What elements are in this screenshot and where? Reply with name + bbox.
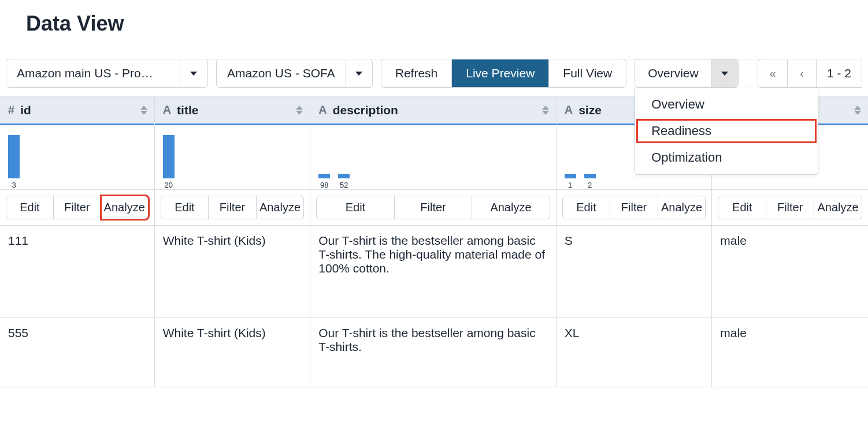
edit-button[interactable]: Edit (316, 196, 394, 219)
refresh-button[interactable]: Refresh (381, 59, 452, 87)
sort-icon[interactable] (296, 106, 303, 115)
column-header-description[interactable]: A description (310, 96, 555, 125)
column-header-title[interactable]: A title (155, 96, 310, 125)
overview-menu-readiness[interactable]: Readiness (635, 118, 818, 144)
cell-size: XL (557, 318, 712, 387)
filter-button[interactable]: Filter (395, 196, 472, 219)
histogram-id: 3 (0, 125, 154, 190)
sort-icon[interactable] (542, 106, 549, 115)
overview-menu-overview[interactable]: Overview (635, 91, 818, 118)
live-preview-button[interactable]: Live Preview (451, 59, 548, 87)
sort-icon[interactable] (854, 106, 861, 115)
view-mode-group: Refresh Live Preview Full View (381, 59, 626, 88)
analyze-button[interactable]: Analyze (257, 196, 305, 219)
full-view-button[interactable]: Full View (548, 59, 626, 87)
pager-prev-button[interactable]: ‹ (787, 59, 816, 87)
column-actions-gender: Edit Filter Analyze (712, 190, 868, 226)
cell-id: 111 (0, 226, 154, 318)
cell-description: Our T-shirt is the bestseller among basi… (310, 226, 555, 318)
histo-bar (8, 135, 20, 178)
cell-description: Our T-shirt is the bestseller among basi… (310, 318, 555, 387)
cell-title: White T-shirt (Kids) (155, 226, 310, 318)
analyze-button[interactable]: Analyze (101, 196, 149, 219)
source-select[interactable]: Amazon main US - Pro… (6, 59, 208, 88)
column-actions-title: Edit Filter Analyze (155, 190, 310, 226)
edit-button[interactable]: Edit (562, 196, 611, 219)
channel-select-label: Amazon US - SOFA (217, 59, 346, 87)
caret-down-icon (355, 72, 362, 76)
page-title: Data View (26, 12, 842, 36)
histo-bar (318, 174, 330, 178)
histo-label: 52 (340, 181, 348, 189)
overview-select-label: Overview (635, 59, 711, 87)
overview-menu-optimization[interactable]: Optimization (635, 144, 818, 171)
histo-bar (584, 174, 596, 178)
column-name: description (333, 103, 398, 117)
cell-id: 555 (0, 318, 154, 387)
pager: « ‹ 1 - 2 (758, 59, 862, 88)
edit-button[interactable]: Edit (718, 196, 766, 219)
histogram-description: 98 52 (310, 125, 555, 190)
caret-down-icon (721, 72, 728, 76)
edit-button[interactable]: Edit (6, 196, 54, 219)
analyze-button[interactable]: Analyze (658, 196, 706, 219)
column-title: A title 20 Edit Filter Analyze White T-s… (155, 96, 311, 387)
filter-button[interactable]: Filter (54, 196, 101, 219)
filter-button[interactable]: Filter (209, 196, 257, 219)
overview-select[interactable]: Overview (635, 59, 739, 88)
text-type-icon: A (318, 103, 327, 117)
pager-range: 1 - 2 (816, 59, 862, 87)
filter-button[interactable]: Filter (766, 196, 814, 219)
toolbar: Amazon main US - Pro… Amazon US - SOFA R… (6, 59, 862, 96)
column-actions-id: Edit Filter Analyze (0, 190, 154, 226)
histo-bar (338, 174, 350, 178)
column-description: A description 98 52 Edit Filter Analyze … (310, 96, 556, 387)
filter-button[interactable]: Filter (610, 196, 658, 219)
sort-icon[interactable] (140, 106, 147, 115)
channel-select[interactable]: Amazon US - SOFA (216, 59, 373, 88)
hash-icon: # (8, 103, 14, 117)
column-id: # id 3 Edit Filter Analyze 111 555 (0, 96, 155, 387)
text-type-icon: A (565, 103, 573, 117)
column-name: title (177, 103, 198, 117)
histogram-title: 20 (155, 125, 310, 190)
cell-gender: male (712, 226, 868, 318)
column-name: id (20, 103, 31, 117)
pager-first-button[interactable]: « (758, 59, 787, 87)
caret-down-icon (190, 72, 197, 76)
cell-gender: male (712, 318, 868, 387)
cell-title: White T-shirt (Kids) (155, 318, 310, 387)
edit-button[interactable]: Edit (161, 196, 209, 219)
channel-select-caret[interactable] (346, 59, 372, 87)
source-select-label: Amazon main US - Pro… (6, 59, 180, 87)
histo-label: 2 (588, 181, 592, 189)
histo-label: 1 (568, 181, 572, 189)
text-type-icon: A (163, 103, 171, 117)
histo-label: 98 (320, 181, 328, 189)
source-select-caret[interactable] (180, 59, 206, 87)
cell-size: S (557, 226, 712, 318)
column-actions-size: Edit Filter Analyze (557, 190, 712, 226)
histo-label: 3 (12, 181, 16, 189)
column-header-id[interactable]: # id (0, 96, 154, 125)
column-name: size (578, 103, 602, 117)
overview-menu: Overview Readiness Optimization (635, 88, 818, 175)
histo-label: 20 (164, 181, 172, 189)
overview-select-caret[interactable] (711, 59, 738, 87)
column-actions-description: Edit Filter Analyze (310, 190, 555, 226)
histo-bar (163, 135, 175, 178)
analyze-button[interactable]: Analyze (472, 196, 550, 219)
analyze-button[interactable]: Analyze (814, 196, 862, 219)
histo-bar (565, 174, 576, 178)
